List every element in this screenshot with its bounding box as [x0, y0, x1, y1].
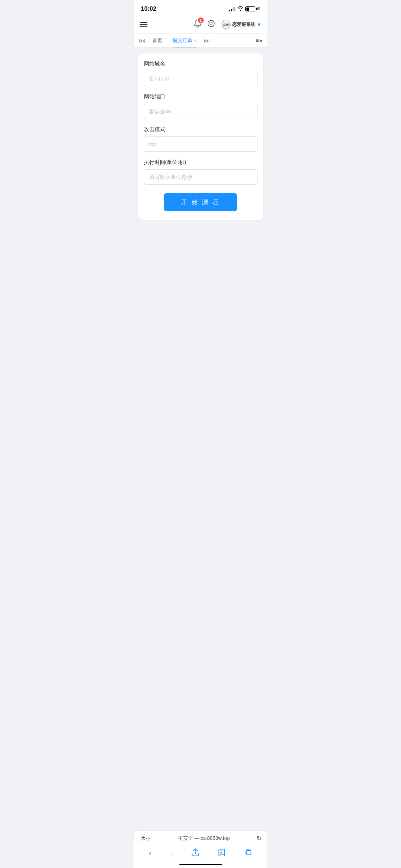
notification-badge: 1 — [198, 17, 204, 23]
brand-logo-image: 恋爱 — [221, 20, 231, 30]
duration-label: 执行时间(单位:秒) — [144, 159, 257, 166]
tab-more-button[interactable]: ≡ ▾ — [253, 35, 264, 47]
status-icons: 35 — [229, 6, 260, 12]
header: 1 恋爱 恋爱服系统 ▼ — [134, 16, 267, 34]
domain-field-group: 网站域名 — [144, 61, 257, 86]
tab-menu-icon: ≡ — [255, 37, 259, 44]
tab-prev-button[interactable]: ⏮ — [137, 34, 147, 47]
svg-text:恋爱: 恋爱 — [223, 23, 229, 27]
svg-point-1 — [209, 22, 210, 24]
status-time: 10:02 — [141, 5, 156, 12]
svg-point-5 — [210, 24, 211, 25]
svg-point-2 — [210, 22, 212, 23]
attack-mode-input[interactable] — [144, 136, 257, 152]
form-card: 网站域名 网站端口 攻击模式 执行时间(单位:秒) 开 始 测 压 — [138, 53, 263, 220]
start-test-button[interactable]: 开 始 测 压 — [164, 193, 237, 211]
svg-point-4 — [211, 24, 212, 25]
dropdown-arrow-icon: ▼ — [257, 22, 262, 27]
status-bar: 10:02 35 — [134, 0, 267, 16]
domain-label: 网站域名 — [144, 61, 257, 67]
main-content: 网站域名 网站端口 攻击模式 执行时间(单位:秒) 开 始 测 压 — [134, 48, 267, 226]
duration-field-group: 执行时间(单位:秒) — [144, 159, 257, 185]
tab-bar: ⏮ 首页 提交订单 × ⏭ ≡ ▾ — [134, 34, 267, 48]
port-label: 网站端口 — [144, 93, 257, 100]
brand-name: 恋爱服系统 — [232, 21, 255, 28]
port-input[interactable] — [144, 104, 257, 119]
attack-mode-label: 攻击模式 — [144, 126, 257, 133]
skip-forward-icon: ⏭ — [204, 37, 210, 44]
svg-point-3 — [212, 22, 213, 24]
tab-home[interactable]: 首页 — [147, 34, 167, 47]
attack-mode-field-group: 攻击模式 — [144, 126, 257, 152]
hamburger-menu-button[interactable] — [140, 22, 147, 27]
brand-logo[interactable]: 恋爱 恋爱服系统 ▼ — [221, 20, 262, 30]
battery-icon: 35 — [245, 6, 260, 11]
notification-bell-button[interactable]: 1 — [194, 19, 202, 30]
wifi-icon — [238, 6, 243, 12]
domain-input[interactable] — [144, 71, 257, 86]
tab-next-button[interactable]: ⏭ — [202, 34, 212, 47]
duration-input[interactable] — [144, 169, 257, 185]
tab-menu-chevron-icon: ▾ — [260, 37, 262, 44]
signal-icon — [229, 7, 235, 11]
palette-icon[interactable] — [207, 20, 215, 30]
port-field-group: 网站端口 — [144, 93, 257, 119]
header-right: 1 恋爱 恋爱服系统 ▼ — [194, 19, 262, 30]
tab-close-button[interactable]: × — [194, 38, 197, 43]
skip-back-icon: ⏮ — [139, 37, 145, 44]
tab-submit-order[interactable]: 提交订单 × — [167, 34, 202, 47]
svg-point-0 — [208, 20, 214, 27]
